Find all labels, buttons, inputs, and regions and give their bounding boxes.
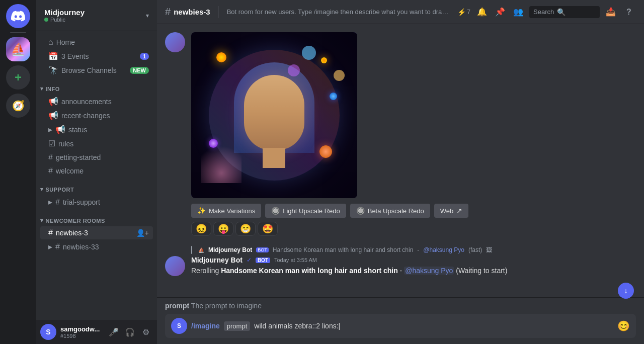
- linked-message-avatar-small: ⛵: [198, 247, 204, 253]
- linked-message-line: [191, 246, 192, 254]
- server-icons-list: ⛵ + 🧭: [0, 0, 36, 344]
- message-avatar-bot2: [165, 256, 185, 276]
- mic-button[interactable]: 🎤: [107, 325, 121, 339]
- channel-sidebar: Midjourney Public ▾ ⌂ Home 📅 3 Events 1 …: [36, 0, 157, 344]
- discord-home-button[interactable]: [6, 4, 30, 28]
- trial-support-label: trial-support: [63, 198, 100, 206]
- linked-message-bot-tag: BOT: [256, 247, 269, 252]
- portrait-planet3: [330, 93, 337, 100]
- newbies-33-icon: #: [55, 242, 60, 251]
- chat-image-container: [191, 32, 357, 198]
- reaction-grin[interactable]: 😁: [235, 222, 256, 236]
- topbar-hash-icon: #: [165, 6, 171, 18]
- reroll-timestamp: Today at 3:55 AM: [274, 257, 317, 263]
- status-dot: [44, 18, 48, 22]
- linked-message-icon: 🖼: [486, 246, 492, 253]
- category-info-chevron: ▾: [40, 85, 44, 92]
- sidebar-item-browse-channels[interactable]: 🔭 Browse Channels NEW: [40, 63, 153, 77]
- light-upscale-label: Light Upscale Redo: [283, 207, 340, 215]
- sidebar-item-home[interactable]: ⌂ Home: [40, 36, 153, 49]
- add-server-button[interactable]: +: [6, 65, 30, 90]
- reaction-tongue[interactable]: 😛: [213, 222, 233, 236]
- newbies-3-icon: #: [48, 228, 53, 237]
- message-group-image: ✨ Make Variations 🔘 Light Upscale Redo 🔘…: [165, 32, 636, 238]
- headset-button[interactable]: 🎧: [123, 325, 137, 339]
- events-icon: 📅: [48, 51, 58, 61]
- reroll-verified-icon: ✓: [247, 256, 252, 264]
- notification-settings-icon[interactable]: 🔔: [475, 5, 489, 19]
- members-icon-button[interactable]: ⚡ 7: [457, 5, 471, 19]
- reaction-starstruck[interactable]: 🤩: [258, 222, 278, 236]
- portrait-planet4: [209, 139, 218, 148]
- light-upscale-redo-button[interactable]: 🔘 Light Upscale Redo: [265, 204, 346, 218]
- web-external-icon: ↗: [456, 207, 462, 215]
- reroll-bot-tag: BOT: [256, 257, 270, 263]
- web-button[interactable]: Web ↗: [434, 204, 469, 218]
- user-avatar-text: S: [46, 328, 50, 336]
- bot-avatar-image: [165, 32, 185, 52]
- reroll-bold-text: Handsome Korean man with long hair and s…: [221, 267, 398, 275]
- members-list-icon[interactable]: 👥: [511, 5, 525, 19]
- user-info: samgoodw... #1598: [60, 325, 103, 339]
- input-text-area[interactable]: wild animals zebra::2 lions: |: [254, 322, 613, 330]
- input-container[interactable]: S /imagine prompt wild animals zebra::2 …: [165, 314, 636, 338]
- channel-newbies-3[interactable]: # newbies-3 👤+: [40, 226, 153, 239]
- status-icon: ▸: [48, 125, 52, 134]
- pin-icon-button[interactable]: 📌: [493, 5, 507, 19]
- light-upscale-icon: 🔘: [271, 207, 280, 215]
- user-settings-button[interactable]: ⚙: [139, 325, 153, 339]
- channel-welcome[interactable]: # welcome: [40, 164, 153, 178]
- server-header-chevron: ▾: [146, 12, 149, 19]
- channel-getting-started[interactable]: # getting-started: [40, 151, 153, 164]
- bot2-avatar-image: [165, 256, 185, 276]
- discover-server-button[interactable]: 🧭: [6, 94, 30, 118]
- topbar-channel-name: newbies-3: [174, 8, 210, 16]
- sidebar-item-events[interactable]: 📅 3 Events 1: [40, 49, 153, 63]
- beta-upscale-redo-button[interactable]: 🔘 Beta Upscale Redo: [350, 204, 430, 218]
- channel-rules[interactable]: ☑ rules: [40, 137, 153, 150]
- starstruck-emoji: 🤩: [262, 223, 273, 234]
- status-label: status: [68, 126, 87, 134]
- channel-trial-support[interactable]: ▸ # trial-support: [40, 195, 153, 209]
- server-icon-midjourney[interactable]: ⛵: [6, 37, 30, 61]
- portrait-planet2: [319, 145, 332, 158]
- linked-message-status: (fast): [468, 246, 482, 253]
- make-variations-button[interactable]: ✨ Make Variations: [191, 204, 261, 218]
- inbox-icon-button[interactable]: 📥: [604, 5, 618, 19]
- reaction-row: 😖 😛 😁 🤩: [191, 222, 636, 236]
- server-header[interactable]: Midjourney Public ▾: [36, 0, 157, 31]
- add-member-icon: 👤+: [136, 229, 149, 237]
- emoji-button[interactable]: 😊: [617, 320, 630, 332]
- channel-list: ⌂ Home 📅 3 Events 1 🔭 Browse Channels NE…: [36, 31, 157, 320]
- category-newcomer-rooms[interactable]: ▾ NEWCOMER ROOMS: [36, 209, 157, 226]
- newbies-33-label: newbies-33: [63, 243, 99, 251]
- newbies-33-chevron: ▸: [48, 242, 52, 251]
- portrait-face: [244, 75, 304, 150]
- category-support-label: SUPPORT: [46, 187, 74, 193]
- search-box[interactable]: Search 🔍: [529, 6, 600, 18]
- make-variations-icon: ✨: [197, 207, 206, 215]
- action-buttons-row: ✨ Make Variations 🔘 Light Upscale Redo 🔘…: [191, 204, 636, 218]
- channel-announcements[interactable]: 📢 announcements: [40, 95, 153, 108]
- channel-recent-changes[interactable]: 📢 recent-changes: [40, 109, 153, 122]
- channel-newbies-33[interactable]: ▸ # newbies-33: [40, 240, 153, 253]
- category-info[interactable]: ▾ INFO: [36, 77, 157, 94]
- announcements-icon: 📢: [48, 97, 58, 106]
- help-icon-button[interactable]: ?: [622, 5, 636, 19]
- rules-icon: ☑: [48, 139, 55, 148]
- search-placeholder: Search: [533, 8, 554, 16]
- scroll-to-bottom-button[interactable]: ↓: [618, 283, 634, 299]
- topbar-divider: [218, 6, 219, 18]
- reaction-grimace[interactable]: 😖: [191, 222, 211, 236]
- make-variations-label: Make Variations: [209, 207, 255, 215]
- rules-label: rules: [58, 140, 73, 148]
- getting-started-icon: #: [48, 153, 53, 162]
- home-icon: ⌂: [48, 38, 53, 47]
- topbar: # newbies-3 Bot room for new users. Type…: [157, 0, 644, 24]
- user-avatar: S: [40, 324, 56, 340]
- reroll-message-header: Midjourney Bot ✓ BOT Today at 3:55 AM: [191, 256, 636, 264]
- topbar-channel: # newbies-3: [165, 6, 210, 18]
- category-support[interactable]: ▾ SUPPORT: [36, 178, 157, 195]
- portrait-neck: [263, 148, 285, 168]
- channel-status[interactable]: ▸ 📢 status: [40, 123, 153, 136]
